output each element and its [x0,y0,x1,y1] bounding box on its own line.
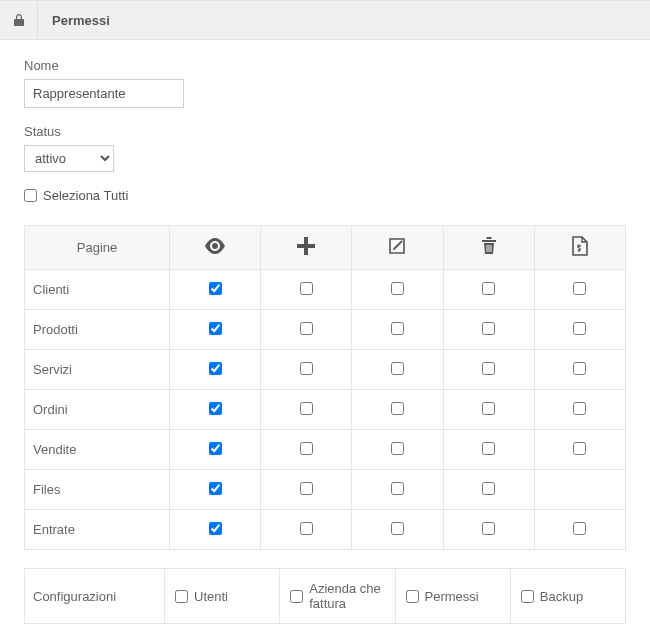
edit-cell [352,350,443,390]
add-checkbox[interactable] [300,482,313,495]
lock-icon [0,1,38,39]
add-checkbox[interactable] [300,442,313,455]
config-item-cell: Azienda che fattura [280,569,395,624]
edit-checkbox[interactable] [391,322,404,335]
add-checkbox[interactable] [300,362,313,375]
pdf-cell [534,510,625,550]
pdf-cell [534,470,625,510]
config-item-checkbox[interactable] [175,590,188,603]
table-row: Files [25,470,626,510]
delete-checkbox[interactable] [482,282,495,295]
table-row: Prodotti [25,310,626,350]
status-group: Status attivo [24,124,626,172]
pdf-checkbox[interactable] [573,522,586,535]
delete-header [443,226,534,270]
plus-icon [297,237,315,255]
view-checkbox[interactable] [209,282,222,295]
config-item-label: Azienda che fattura [309,581,384,611]
add-cell [261,510,352,550]
delete-cell [443,470,534,510]
pdf-cell [534,390,625,430]
document-icon [572,236,588,256]
config-item-checkbox[interactable] [290,590,303,603]
select-all-label: Seleziona Tutti [43,188,128,203]
table-row: Vendite [25,430,626,470]
edit-cell [352,430,443,470]
config-item-cell: Backup [510,569,625,624]
edit-checkbox[interactable] [391,522,404,535]
pdf-checkbox[interactable] [573,362,586,375]
config-label-cell: Configurazioni [25,569,165,624]
config-item-checkbox[interactable] [521,590,534,603]
name-label: Nome [24,58,626,73]
pdf-checkbox[interactable] [573,282,586,295]
status-label: Status [24,124,626,139]
view-checkbox[interactable] [209,322,222,335]
panel-header: Permessi [0,0,650,40]
table-row: Ordini [25,390,626,430]
config-item-label: Utenti [194,589,228,604]
view-cell [170,510,261,550]
add-checkbox[interactable] [300,522,313,535]
add-checkbox[interactable] [300,402,313,415]
add-checkbox[interactable] [300,282,313,295]
delete-cell [443,310,534,350]
pdf-cell [534,350,625,390]
page-name-cell: Vendite [25,430,170,470]
add-cell [261,470,352,510]
edit-checkbox[interactable] [391,282,404,295]
delete-cell [443,350,534,390]
pdf-header [534,226,625,270]
delete-checkbox[interactable] [482,362,495,375]
delete-checkbox[interactable] [482,322,495,335]
edit-checkbox[interactable] [391,442,404,455]
config-table: Configurazioni UtentiAzienda che fattura… [24,568,626,624]
page-name-cell: Entrate [25,510,170,550]
table-row: Servizi [25,350,626,390]
page-name-cell: Files [25,470,170,510]
view-checkbox[interactable] [209,442,222,455]
panel-body: Nome Status attivo Seleziona Tutti Pagin… [0,40,650,625]
delete-cell [443,390,534,430]
pdf-checkbox[interactable] [573,442,586,455]
view-checkbox[interactable] [209,482,222,495]
edit-checkbox[interactable] [391,402,404,415]
edit-cell [352,270,443,310]
name-group: Nome [24,58,626,108]
config-item-label: Backup [540,589,583,604]
edit-checkbox[interactable] [391,482,404,495]
view-cell [170,270,261,310]
page-name-cell: Prodotti [25,310,170,350]
view-checkbox[interactable] [209,402,222,415]
view-checkbox[interactable] [209,522,222,535]
trash-icon [481,237,497,255]
delete-checkbox[interactable] [482,482,495,495]
view-cell [170,350,261,390]
pdf-cell [534,270,625,310]
add-cell [261,270,352,310]
edit-icon [388,237,406,255]
pdf-cell [534,310,625,350]
edit-cell [352,390,443,430]
name-input[interactable] [24,79,184,108]
view-cell [170,470,261,510]
delete-checkbox[interactable] [482,402,495,415]
delete-checkbox[interactable] [482,522,495,535]
config-item-checkbox[interactable] [406,590,419,603]
delete-cell [443,510,534,550]
status-select[interactable]: attivo [24,145,114,172]
delete-checkbox[interactable] [482,442,495,455]
pdf-checkbox[interactable] [573,322,586,335]
delete-cell [443,270,534,310]
select-all-row: Seleziona Tutti [24,188,626,203]
view-header [170,226,261,270]
edit-cell [352,310,443,350]
add-cell [261,310,352,350]
edit-checkbox[interactable] [391,362,404,375]
select-all-checkbox[interactable] [24,189,37,202]
view-checkbox[interactable] [209,362,222,375]
pdf-checkbox[interactable] [573,402,586,415]
edit-header [352,226,443,270]
eye-icon [204,238,226,254]
add-checkbox[interactable] [300,322,313,335]
